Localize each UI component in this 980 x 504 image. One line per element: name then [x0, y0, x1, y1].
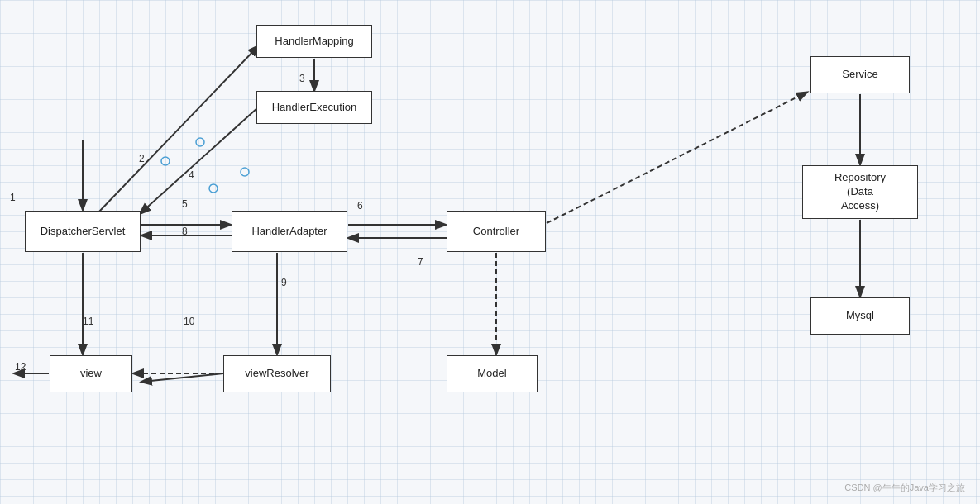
label-11: 11: [83, 316, 93, 327]
label-9: 9: [281, 277, 287, 288]
box-service: Service: [810, 56, 910, 93]
box-viewResolver: viewResolver: [223, 355, 331, 392]
label-5: 5: [182, 198, 188, 210]
label-8: 8: [182, 226, 188, 237]
svg-line-10: [142, 373, 223, 382]
box-dispatcherServlet: DispatcherServlet: [25, 211, 141, 252]
svg-point-18: [196, 138, 204, 146]
box-handlerExecution: HandlerExecution: [256, 91, 372, 124]
diagram-container: HandlerMapping HandlerExecution Dispatch…: [0, 0, 980, 504]
svg-point-19: [241, 168, 249, 176]
label-10: 10: [184, 316, 194, 327]
box-handlerAdapter: HandlerAdapter: [232, 211, 347, 252]
svg-line-3: [141, 107, 258, 213]
label-4: 4: [189, 169, 194, 181]
box-controller: Controller: [447, 211, 546, 252]
box-mysql: Mysql: [810, 297, 910, 335]
label-3: 3: [299, 73, 305, 84]
watermark: CSDN @牛牛的Java学习之旅: [844, 482, 965, 494]
label-7: 7: [418, 256, 423, 268]
label-12: 12: [15, 361, 26, 373]
box-handlerMapping: HandlerMapping: [256, 25, 372, 58]
svg-point-17: [161, 157, 170, 165]
svg-point-20: [209, 184, 218, 193]
svg-line-1: [99, 46, 258, 212]
svg-line-14: [547, 93, 806, 223]
box-model: Model: [447, 355, 538, 392]
label-2: 2: [139, 153, 145, 164]
label-6: 6: [357, 200, 363, 212]
label-1: 1: [10, 192, 16, 203]
box-repository: Repository (Data Access): [802, 165, 918, 219]
box-view: view: [50, 355, 132, 392]
